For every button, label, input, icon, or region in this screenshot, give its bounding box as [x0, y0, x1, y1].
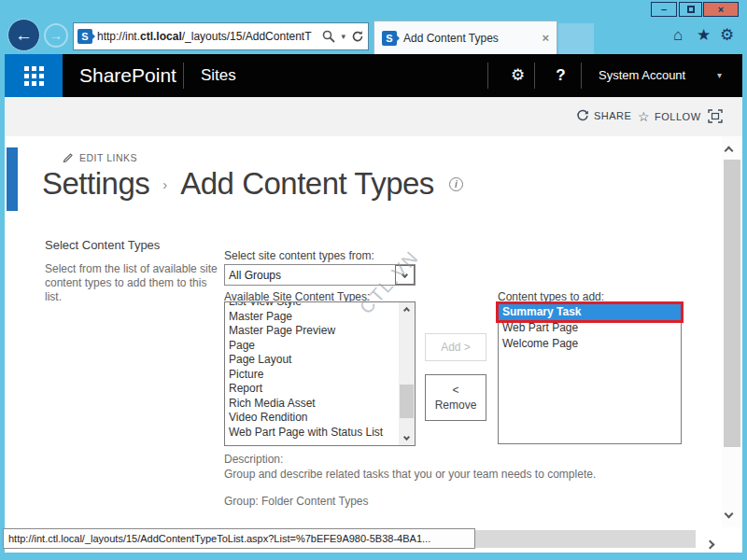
scroll-up-icon[interactable]: [399, 302, 415, 318]
left-description-panel: Select Content Types Select from the lis…: [45, 238, 222, 304]
list-item[interactable]: Rich Media Asset: [225, 397, 399, 412]
close-icon: ×: [718, 5, 724, 15]
list-item[interactable]: Master Page Preview: [225, 324, 399, 339]
description-text: Group and describe related tasks that yo…: [224, 467, 672, 482]
group-line: Group: Folder Content Types: [224, 495, 369, 508]
available-content-types-listbox[interactable]: List View StyleMaster PageMaster Page Pr…: [224, 301, 416, 446]
scroll-up-icon[interactable]: [726, 141, 732, 158]
address-bar[interactable]: S http://int.ctl.local/_layouts/15/AddCo…: [73, 22, 369, 50]
scroll-down-icon[interactable]: [726, 504, 732, 521]
list-item[interactable]: List View Style: [225, 301, 399, 310]
scroll-down-icon[interactable]: [399, 429, 415, 445]
maximize-icon: [687, 6, 695, 13]
section-description: Select from the list of available site c…: [45, 262, 222, 304]
help-button[interactable]: ?: [544, 54, 577, 97]
sharepoint-favicon-icon: S: [78, 29, 92, 44]
back-button[interactable]: ←: [7, 19, 40, 51]
scroll-right-icon[interactable]: [707, 535, 713, 552]
add-button[interactable]: Add >: [425, 333, 486, 361]
scrollbar-thumb[interactable]: [724, 160, 740, 447]
browser-tab[interactable]: S Add Content Types ×: [374, 21, 557, 54]
list-item[interactable]: Picture: [225, 368, 399, 383]
minimize-icon: –: [661, 5, 667, 15]
chevron-down-icon: [402, 272, 408, 278]
page-title-row: Settings › Add Content Types i: [42, 166, 463, 202]
divider: [534, 63, 535, 89]
app-launcher-button[interactable]: [5, 54, 63, 97]
tab-title: Add Content Types: [403, 32, 535, 45]
dropdown-button[interactable]: [395, 265, 415, 285]
listbox-scrollbar[interactable]: [399, 302, 415, 445]
sites-link[interactable]: Sites: [201, 54, 236, 97]
url-dropdown-icon[interactable]: ▾: [341, 32, 345, 41]
settings-gear-icon[interactable]: ⚙: [720, 27, 734, 43]
breadcrumb-settings[interactable]: Settings: [42, 166, 149, 202]
group-dropdown[interactable]: All Groups: [224, 264, 416, 286]
focus-icon: [708, 109, 723, 123]
group-dropdown-value: All Groups: [225, 269, 395, 282]
list-item[interactable]: Page Layout: [225, 353, 399, 368]
sharepoint-favicon-icon: S: [382, 31, 397, 46]
list-item[interactable]: Web Part Page: [499, 320, 681, 336]
list-item[interactable]: Report: [225, 382, 399, 397]
list-item[interactable]: Welcome Page: [499, 336, 681, 352]
group-select-label: Select site content types from:: [224, 249, 374, 262]
focus-mode-button[interactable]: [708, 109, 723, 123]
page-title: Add Content Types: [180, 166, 434, 202]
tab-close-icon[interactable]: ×: [542, 31, 549, 45]
follow-star-icon: ☆: [638, 109, 650, 124]
list-item[interactable]: Video Rendition: [225, 411, 399, 426]
scrollbar-thumb[interactable]: [400, 385, 414, 418]
breadcrumb-separator-icon: ›: [162, 176, 167, 192]
edit-links-button[interactable]: EDIT LINKS: [63, 152, 137, 163]
description-block: Description: Group and describe related …: [224, 452, 672, 482]
toadd-list-label: Content types to add:: [498, 290, 604, 303]
favorites-star-icon[interactable]: ★: [697, 27, 711, 43]
forward-button[interactable]: →: [44, 23, 68, 48]
search-icon[interactable]: [322, 30, 335, 43]
status-bar-url: http://int.ctl.local/_layouts/15/AddCont…: [3, 528, 475, 549]
refresh-icon[interactable]: [351, 30, 364, 43]
list-item[interactable]: Page: [225, 339, 399, 354]
page-content: EDIT LINKS Settings › Add Content Types …: [5, 136, 722, 527]
divider: [487, 63, 488, 89]
divider: [581, 63, 582, 89]
divider: [183, 63, 184, 89]
maximize-button[interactable]: [679, 2, 702, 17]
suite-gear-icon[interactable]: ⚙: [501, 54, 534, 97]
close-button[interactable]: ×: [703, 2, 739, 17]
ribbon-bar: SHARE ☆ FOLLOW: [5, 97, 742, 136]
vertical-scrollbar[interactable]: [722, 136, 742, 527]
forward-arrow-icon: →: [49, 28, 63, 43]
accent-bar: [7, 147, 18, 211]
list-item[interactable]: Web Part Page with Status List: [225, 426, 399, 441]
list-item[interactable]: Summary Task: [499, 304, 681, 320]
content-types-to-add-listbox[interactable]: Summary TaskWeb Part PageWelcome Page: [498, 303, 682, 444]
new-tab-button[interactable]: [558, 23, 594, 54]
remove-button[interactable]: < Remove: [425, 374, 486, 421]
home-icon[interactable]: ⌂: [673, 27, 683, 43]
follow-button[interactable]: ☆ FOLLOW: [638, 109, 701, 124]
share-button[interactable]: SHARE: [576, 109, 631, 122]
description-label: Description:: [224, 452, 672, 467]
pencil-icon: [63, 152, 74, 163]
share-icon: [576, 109, 589, 122]
account-caret-icon[interactable]: ▾: [717, 54, 722, 97]
section-heading: Select Content Types: [45, 238, 222, 252]
list-item[interactable]: Master Page: [225, 310, 399, 325]
suite-bar: SharePoint Sites ⚙ ? System Account ▾: [5, 54, 742, 97]
minimize-button[interactable]: –: [651, 2, 677, 17]
url-text[interactable]: http://int.ctl.local/_layouts/15/AddCont…: [97, 30, 322, 43]
account-menu[interactable]: System Account: [599, 54, 685, 97]
sharepoint-brand[interactable]: SharePoint: [79, 54, 176, 97]
scrollbar-thumb[interactable]: [470, 530, 696, 548]
waffle-icon: [24, 66, 44, 86]
back-arrow-icon: ←: [15, 25, 33, 46]
info-icon[interactable]: i: [449, 177, 463, 191]
